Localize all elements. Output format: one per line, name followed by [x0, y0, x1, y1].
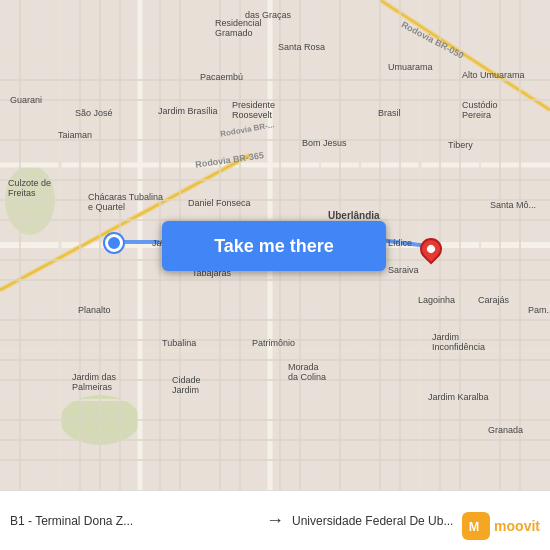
bottom-bar: B1 - Terminal Dona Z... → Universidade F… [0, 490, 550, 550]
from-text: B1 - Terminal Dona Z... [10, 514, 133, 528]
to-text: Universidade Federal De Ub... [292, 514, 453, 528]
origin-marker [105, 234, 123, 252]
map-container: das Graças ResidencialGramado Santa Rosa… [0, 0, 550, 490]
moovit-logo: M moovit [462, 512, 540, 540]
from-section: B1 - Terminal Dona Z... [10, 514, 258, 528]
moovit-logo-text: moovit [494, 518, 540, 534]
destination-marker [420, 238, 442, 260]
route-arrow: → [258, 510, 292, 531]
svg-text:M: M [469, 520, 480, 534]
take-me-there-button[interactable]: Take me there [162, 221, 386, 271]
moovit-logo-icon: M [462, 512, 490, 540]
